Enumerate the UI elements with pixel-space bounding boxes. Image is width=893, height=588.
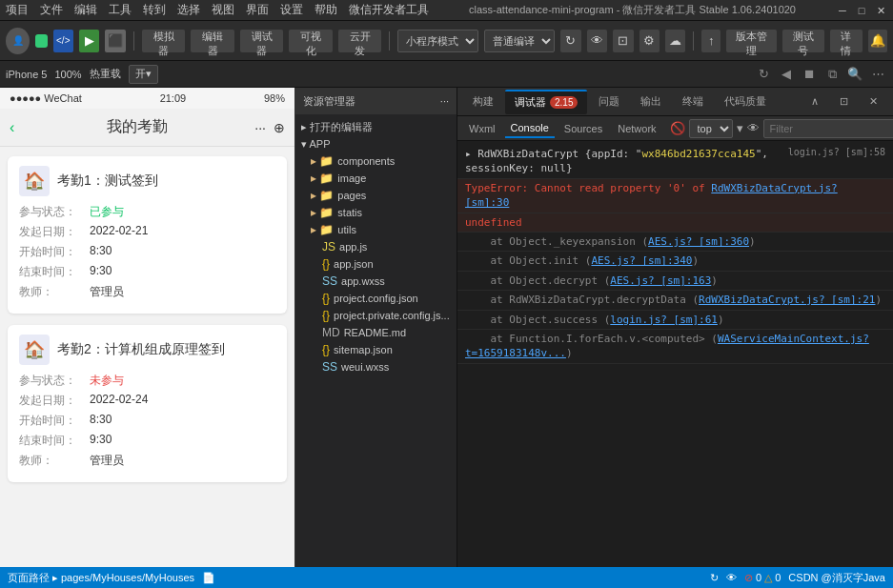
console-link-6[interactable]: AES.js? [sm]:163 [610,274,711,287]
console-tab-wxml[interactable]: Wxml [463,119,501,138]
menu-item-view[interactable]: 视图 [212,2,234,18]
hotreload-label: 热重载 [90,67,121,81]
console-link-8[interactable]: login.js? [sm]:61 [610,314,718,326]
devtools-minimize[interactable]: ∧ [802,90,828,114]
file-app-js[interactable]: JS app.js [295,238,457,255]
search-nav-icon[interactable]: 🔍 [845,65,864,84]
tab-debugger[interactable]: 调试器 2.15 [505,90,587,114]
bottom-refresh-item[interactable]: ↻ [710,572,719,584]
file-sitemap[interactable]: {} sitemap.json [295,341,457,358]
folder-pages[interactable]: ▸ 📁 pages [295,187,457,204]
tab-issues[interactable]: 问题 [589,90,629,114]
card-1-title-row: 🏠 考勤1：测试签到 [19,166,275,196]
close-button[interactable]: ✕ [874,4,887,17]
tab-build[interactable]: 构建 [463,90,503,114]
console-tab-console[interactable]: Console [505,119,555,138]
console-ban-icon[interactable]: 🚫 [670,119,685,138]
console-eye-icon[interactable]: 👁 [747,119,760,138]
menu-item-project[interactable]: 项目 [6,2,29,18]
folder-components[interactable]: ▸ 📁 components [295,152,457,170]
attendance-card-1: 🏠 考勤1：测试签到 参与状态： 已参与 发起日期： 2022-02-21 开始… [8,156,287,314]
more-icon[interactable]: ⋯ [868,65,887,84]
notification-icon[interactable]: 🔔 [868,30,887,52]
attendance-card-2: 🏠 考勤2：计算机组成原理签到 参与状态： 未参与 发起日期： 2022-02-… [8,325,287,482]
menu-item-edit[interactable]: 编辑 [74,2,97,18]
bottom-errors-item[interactable]: ⊘ 0 △ 0 [744,572,781,584]
editor-button[interactable]: 编辑器 [191,30,234,52]
detail-button[interactable]: 详情 [830,30,863,52]
version-button[interactable]: 版本管理 [726,30,777,52]
bottom-file-icon[interactable]: 📄 [202,572,215,584]
console-link-2[interactable]: RdWXBizDataCrypt.js? [sm]:30 [465,182,838,209]
minimize-button[interactable]: ─ [836,4,849,17]
phone-back-button[interactable]: ‹ [10,119,14,136]
file-project-private[interactable]: {} project.private.config.js... [295,307,457,324]
phone-nav-right: ··· ⊕ [254,120,285,135]
menu-item-select[interactable]: 选择 [177,2,200,18]
phone-more-button[interactable]: ··· [254,120,266,135]
console-link-7[interactable]: RdWXBizDataCrypt.js? [sm]:21 [699,294,875,306]
wxss-file-icon: SS [322,360,337,374]
phone-time: 21:09 [160,92,187,104]
menu-item-settings[interactable]: 设置 [280,2,303,18]
menu-item-file[interactable]: 文件 [40,2,63,18]
cloud-sync-icon[interactable]: ☁ [665,30,685,52]
menu-item-help[interactable]: 帮助 [315,2,337,18]
upload-icon[interactable]: ↑ [701,30,720,52]
file-app-wxss[interactable]: SS app.wxss [295,273,457,290]
console-tab-sources[interactable]: Sources [558,119,608,138]
card-1-start-label: 开始时间： [19,244,86,260]
console-filter-input[interactable] [763,119,893,138]
bottom-eye-item[interactable]: 👁 [726,572,737,583]
test-button[interactable]: 测试号 [782,30,824,52]
maximize-button[interactable]: □ [855,4,868,17]
hotreload-toggle[interactable]: 开▾ [129,65,158,84]
tab-output[interactable]: 输出 [631,90,671,114]
menu-item-goto[interactable]: 转到 [143,2,166,18]
file-project-config[interactable]: {} project.config.json [295,290,457,307]
console-link-9[interactable]: WAServiceMainContext.js?t=1659183148v... [465,333,869,359]
console-source-1[interactable]: login.js? [sm]:58 [788,147,885,157]
scan-icon[interactable]: ⊡ [613,30,633,52]
file-app-json[interactable]: {} app.json [295,255,457,273]
menu-item-tools[interactable]: 工具 [109,2,132,18]
reload-icon[interactable]: ↻ [754,65,773,84]
file-readme[interactable]: MD README.md [295,324,457,341]
card-2-end-row: 结束时间： 9:30 [19,433,275,449]
open-editors-section[interactable]: ▸ 打开的编辑器 [295,118,457,136]
console-tab-network[interactable]: Network [612,119,661,138]
copy-icon[interactable]: ⧉ [822,65,842,84]
visual-button[interactable]: 可视化 [289,30,333,52]
mode-select[interactable]: 小程序模式 [397,30,478,52]
bottom-path-item[interactable]: 页面路径 ▸ pages/MyHouses/MyHouses [8,571,194,585]
tab-quality[interactable]: 代码质量 [715,90,776,114]
debug-button[interactable]: 调试器 [240,30,284,52]
devtools-close[interactable]: ✕ [860,90,887,114]
preview-icon[interactable]: 👁 [587,30,607,52]
console-link-4[interactable]: AES.js? [sm]:360 [648,235,749,248]
settings-icon[interactable]: ⚙ [639,30,660,52]
app-section[interactable]: ▾ APP [295,136,457,152]
refresh-icon[interactable]: ↻ [560,30,580,52]
back-nav-icon[interactable]: ◀ [777,65,796,84]
window-controls: ─ □ ✕ [836,4,887,17]
folder-statis[interactable]: ▸ 📁 statis [295,204,457,221]
stop-nav-icon[interactable]: ⏹ [800,65,819,84]
card-2-teacher-row: 教师： 管理员 [19,453,275,469]
resource-more-icon[interactable]: ··· [440,95,449,107]
menu-item-interface[interactable]: 界面 [246,2,269,18]
menu-item-devtools[interactable]: 微信开发者工具 [349,2,429,18]
phone-search-button[interactable]: ⊕ [274,120,285,135]
simulator-button[interactable]: 模拟器 [142,30,186,52]
tab-terminal[interactable]: 终端 [673,90,713,114]
cloud-button[interactable]: 云开发 [338,30,382,52]
folder-utils[interactable]: ▸ 📁 utils [295,221,457,238]
console-link-5[interactable]: AES.js? [sm]:340 [591,254,692,267]
console-arrow-icon[interactable]: ▾ [737,119,743,138]
file-app-js-label: app.js [339,241,367,253]
devtools-expand[interactable]: ⊡ [830,90,858,114]
console-context-select[interactable]: top [689,119,733,138]
compile-select[interactable]: 普通编译 [484,30,555,52]
file-weui-wxss[interactable]: SS weui.wxss [295,358,457,375]
folder-image[interactable]: ▸ 📁 image [295,170,457,187]
